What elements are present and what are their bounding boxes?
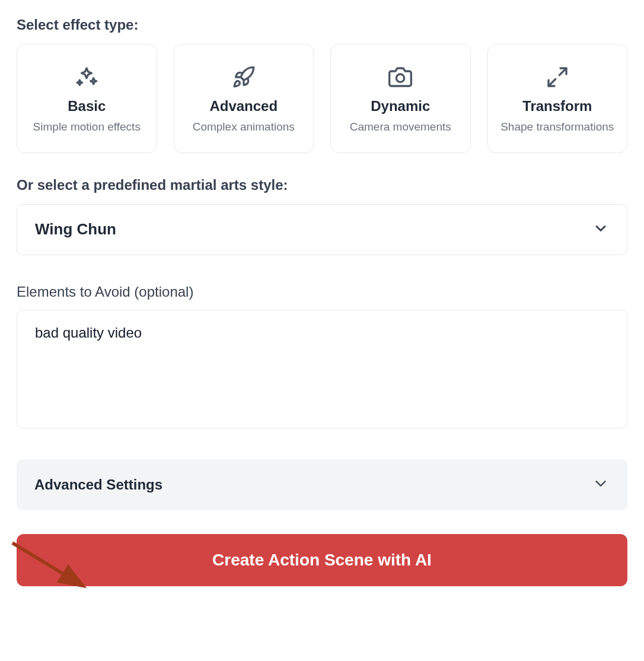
- effect-type-grid: Basic Simple motion effects Advanced Com…: [17, 44, 627, 153]
- effect-card-desc: Shape transformations: [496, 119, 619, 135]
- effect-card-transform[interactable]: Transform Shape transformations: [487, 44, 628, 153]
- style-select-label: Or select a predefined martial arts styl…: [17, 177, 627, 193]
- avoid-textarea[interactable]: [17, 310, 627, 428]
- style-select-value: Wing Chun: [35, 220, 116, 239]
- rocket-icon: [183, 60, 305, 94]
- advanced-settings-toggle[interactable]: Advanced Settings: [17, 459, 627, 510]
- svg-point-0: [397, 74, 404, 82]
- effect-card-desc: Camera movements: [339, 119, 462, 135]
- chevron-down-icon: [592, 475, 610, 495]
- effect-type-label: Select effect type:: [17, 17, 627, 33]
- maximize-icon: [496, 60, 619, 94]
- style-select-dropdown[interactable]: Wing Chun: [17, 204, 627, 255]
- avoid-label: Elements to Avoid (optional): [17, 284, 627, 300]
- effect-card-desc: Simple motion effects: [25, 119, 148, 135]
- camera-icon: [339, 60, 462, 94]
- effect-card-title: Basic: [25, 98, 148, 115]
- effect-card-dynamic[interactable]: Dynamic Camera movements: [330, 44, 471, 153]
- effect-card-advanced[interactable]: Advanced Complex animations: [174, 44, 314, 153]
- sparkles-icon: [25, 60, 148, 94]
- effect-card-basic[interactable]: Basic Simple motion effects: [17, 44, 157, 153]
- advanced-settings-label: Advanced Settings: [34, 476, 162, 493]
- chevron-down-icon: [592, 220, 609, 239]
- effect-card-title: Dynamic: [339, 98, 462, 115]
- create-action-scene-button[interactable]: Create Action Scene with AI: [17, 534, 627, 586]
- effect-card-title: Advanced: [183, 98, 305, 115]
- effect-card-desc: Complex animations: [183, 119, 305, 135]
- effect-card-title: Transform: [496, 98, 619, 115]
